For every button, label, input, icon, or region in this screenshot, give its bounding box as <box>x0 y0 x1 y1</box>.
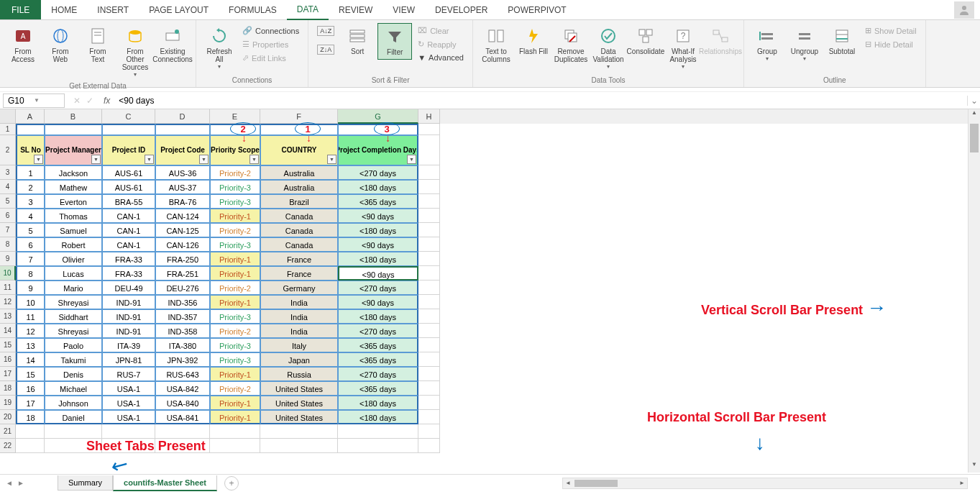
cell-pid[interactable]: USA-1 <box>102 396 155 410</box>
cell-country[interactable]: Italy <box>260 338 338 352</box>
scroll-down-icon[interactable]: ▼ <box>968 461 980 473</box>
cell-completion[interactable]: <180 days <box>338 252 418 266</box>
cell-country[interactable]: France <box>260 266 338 281</box>
cell-priority[interactable]: Priority-3 <box>210 309 260 324</box>
cell-country[interactable]: Brazil <box>260 194 338 209</box>
tab-review[interactable]: REVIEW <box>329 1 383 19</box>
cell-sl[interactable]: 2 <box>16 180 45 194</box>
cell-country[interactable]: Canada <box>260 209 338 223</box>
from-other-sources-button[interactable]: From Other Sources▾ <box>118 23 152 81</box>
cell-completion[interactable]: <90 days <box>338 209 418 223</box>
edit-links-button[interactable]: ⬀Edit Links <box>239 52 302 64</box>
cell-pm[interactable]: Takumi <box>45 352 102 367</box>
cell-pid[interactable]: DEU-49 <box>102 281 155 295</box>
tab-formulas[interactable]: FORMULAS <box>219 1 287 19</box>
cell-sl[interactable]: 18 <box>16 410 45 424</box>
cell-pid[interactable]: AUS-61 <box>102 165 155 180</box>
cell-code[interactable]: USA-840 <box>155 396 210 410</box>
cell-pid[interactable]: IND-91 <box>102 295 155 309</box>
tab-page-layout[interactable]: PAGE LAYOUT <box>139 1 219 19</box>
row-header-11[interactable]: 11 <box>0 281 16 295</box>
formula-input[interactable]: <90 days <box>114 94 967 107</box>
cell-sl[interactable]: 6 <box>16 237 45 252</box>
flash-fill-button[interactable]: Flash Fill <box>516 23 551 58</box>
cell-sl[interactable]: 3 <box>16 194 45 209</box>
cell-pid[interactable]: CAN-1 <box>102 237 155 252</box>
cell-completion[interactable]: <180 days <box>338 410 418 424</box>
cell-priority[interactable]: Priority-2 <box>210 165 260 180</box>
cell-completion[interactable]: <180 days <box>338 180 418 194</box>
cell-priority[interactable]: Priority-2 <box>210 324 260 338</box>
sort-desc-button[interactable]: Z↓A <box>314 43 337 56</box>
fx-icon[interactable]: fx <box>99 96 114 106</box>
cell-priority[interactable]: Priority-1 <box>210 209 260 223</box>
th-country[interactable]: COUNTRY▼ <box>260 135 338 165</box>
cell-code[interactable]: USA-842 <box>155 381 210 396</box>
cell-pm[interactable]: Denis <box>45 367 102 381</box>
tab-powerpivot[interactable]: POWERPIVOT <box>498 1 576 19</box>
cell-sl[interactable]: 11 <box>16 309 45 324</box>
cell-pm[interactable]: Michael <box>45 381 102 396</box>
refresh-all-button[interactable]: Refresh All▾ <box>202 23 237 73</box>
col-header-A[interactable]: A <box>16 109 45 124</box>
expand-formula-bar-icon[interactable]: ⌄ <box>967 96 980 106</box>
cell-country[interactable]: India <box>260 309 338 324</box>
cell-code[interactable]: CAN-124 <box>155 209 210 223</box>
cell-code[interactable]: JPN-392 <box>155 352 210 367</box>
cell-country[interactable]: Japan <box>260 352 338 367</box>
cell-code[interactable]: BRA-76 <box>155 194 210 209</box>
cell-completion[interactable]: <90 days <box>338 237 418 252</box>
cell-country[interactable]: Australia <box>260 165 338 180</box>
chevron-down-icon[interactable]: ▼ <box>34 97 60 104</box>
chevron-left-icon[interactable]: ◄ <box>6 479 13 487</box>
cell-country[interactable]: United States <box>260 381 338 396</box>
existing-connections-button[interactable]: Existing Connections <box>155 23 190 66</box>
cell-code[interactable]: IND-356 <box>155 295 210 309</box>
cell-sl[interactable]: 9 <box>16 281 45 295</box>
data-validation-button[interactable]: Data Validation▾ <box>591 23 626 73</box>
cell-code[interactable]: IND-358 <box>155 324 210 338</box>
tab-data[interactable]: DATA <box>287 0 329 20</box>
cell-pid[interactable]: CAN-1 <box>102 223 155 237</box>
from-access-button[interactable]: AFrom Access <box>6 23 40 66</box>
cell-priority[interactable]: Priority-3 <box>210 237 260 252</box>
row-header-4[interactable]: 4 <box>0 180 16 194</box>
remove-duplicates-button[interactable]: Remove Duplicates <box>554 23 588 66</box>
cell-completion[interactable]: <270 days <box>338 281 418 295</box>
row-header-18[interactable]: 18 <box>0 381 16 396</box>
sort-button[interactable]: Sort <box>340 23 375 58</box>
cell-country[interactable]: France <box>260 252 338 266</box>
from-text-button[interactable]: From Text <box>81 23 115 66</box>
tab-view[interactable]: VIEW <box>383 1 425 19</box>
cell-priority[interactable]: Priority-2 <box>210 281 260 295</box>
row-header-20[interactable]: 20 <box>0 410 16 424</box>
cell-country[interactable]: Germany <box>260 281 338 295</box>
cell-sl[interactable]: 16 <box>16 381 45 396</box>
clear-button[interactable]: ⌧Clear <box>415 24 467 37</box>
col-header-E[interactable]: E <box>210 109 260 124</box>
scroll-left-icon[interactable]: ◄ <box>563 478 573 488</box>
filter-dropdown-icon[interactable]: ▼ <box>34 155 43 164</box>
cell-country[interactable]: United States <box>260 410 338 424</box>
cell-completion[interactable]: <365 days <box>338 352 418 367</box>
cell-completion[interactable]: <90 days <box>338 266 418 281</box>
properties-button[interactable]: ☰Properties <box>239 38 302 50</box>
connections-button[interactable]: 🔗Connections <box>239 24 302 37</box>
cell-pid[interactable]: BRA-55 <box>102 194 155 209</box>
reapply-button[interactable]: ↻Reapply <box>415 38 467 50</box>
add-sheet-button[interactable]: + <box>224 476 239 491</box>
row-header-7[interactable]: 7 <box>0 223 16 237</box>
cell-completion[interactable]: <365 days <box>338 338 418 352</box>
row-header-16[interactable]: 16 <box>0 352 16 367</box>
cell-sl[interactable]: 10 <box>16 295 45 309</box>
col-header-C[interactable]: C <box>102 109 155 124</box>
horizontal-scrollbar[interactable]: ◄ ► <box>562 478 968 489</box>
name-box[interactable]: G10▼ <box>3 94 65 108</box>
row-header-5[interactable]: 5 <box>0 194 16 209</box>
filter-button[interactable]: Filter <box>377 23 412 60</box>
cell-completion[interactable]: <180 days <box>338 396 418 410</box>
cell-completion[interactable]: <270 days <box>338 324 418 338</box>
row-header-3[interactable]: 3 <box>0 165 16 180</box>
ungroup-button[interactable]: Ungroup▾ <box>787 23 822 65</box>
cell-pid[interactable]: AUS-61 <box>102 180 155 194</box>
